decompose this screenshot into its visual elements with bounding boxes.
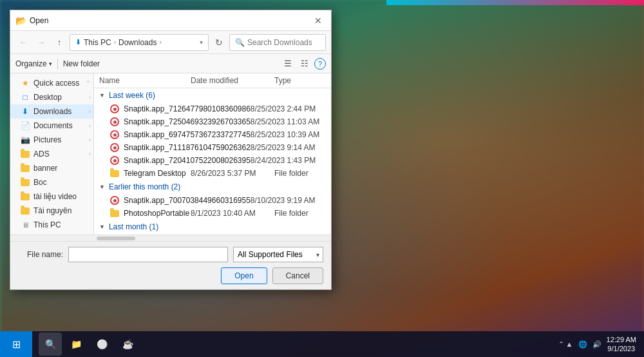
quick-access-arrow: ⌃	[86, 80, 91, 86]
sidebar-item-tai-lieu-video[interactable]: tài liệu video	[10, 189, 93, 204]
file-row-0[interactable]: Snaptik.app_7126477980108360986 8/25/202…	[94, 102, 331, 115]
forward-button[interactable]: →	[33, 35, 49, 50]
view-list-button[interactable]: ☰	[281, 57, 295, 71]
open-button[interactable]: Open	[221, 267, 267, 284]
file-row-6[interactable]: Snaptik.app_7007038449660316955 8/10/202…	[94, 194, 331, 207]
file-icon-4	[109, 155, 120, 166]
file-type-5: File folder	[274, 169, 326, 178]
file-name-0: Snaptik.app_7126477980108360986	[109, 104, 251, 114]
path-this-pc[interactable]: This PC	[84, 38, 111, 47]
new-folder-button[interactable]: New folder	[63, 59, 100, 68]
help-button[interactable]: ?	[314, 58, 326, 70]
file-date-5: 8/26/2023 5:37 PM	[191, 169, 274, 178]
dialog-titlebar: 📂 Open ✕	[10, 10, 331, 31]
sidebar-label-banner: banner	[33, 164, 57, 173]
file-name-4: Snaptik.app_7204107522008026395	[109, 155, 251, 166]
tai-lieu-icon	[21, 192, 30, 201]
file-date-6: 8/10/2023 9:19 AM	[251, 196, 331, 205]
sidebar-label-pictures: Pictures	[33, 135, 61, 144]
column-header-name[interactable]: Name	[99, 76, 191, 85]
sidebar-label-quick-access: Quick access	[33, 79, 79, 88]
toolbar-left: Organize ▾ New folder	[15, 59, 100, 69]
file-date-1: 8/25/2023 11:03 AM	[251, 117, 331, 126]
sidebar-item-tai-nguyen[interactable]: Tài nguyên	[10, 204, 93, 218]
sidebar-label-ads: ADS	[33, 150, 50, 159]
sidebar-item-desktop[interactable]: □ Desktop ›	[10, 90, 93, 104]
cancel-button[interactable]: Cancel	[272, 267, 323, 284]
file-type-7: File folder	[274, 209, 326, 218]
file-icon-5	[109, 168, 120, 179]
sidebar: ★ Quick access ⌃ □ Desktop › ⬇ Downloads…	[10, 73, 94, 235]
toolbar-separator	[57, 59, 58, 69]
sidebar-label-tai-nguyen: Tài nguyên	[33, 206, 71, 215]
file-type-wrapper: All Supported Files All Files (*.*)	[233, 247, 323, 262]
file-list-scrollable[interactable]: ▼ Last week (6) Snaptik.app_712647798010…	[94, 88, 331, 235]
column-header-type[interactable]: Type	[274, 76, 326, 85]
file-list-header: Name Date modified Type	[94, 73, 331, 88]
horizontal-scrollbar[interactable]	[10, 235, 331, 241]
banner-icon	[21, 164, 30, 173]
sidebar-label-this-pc: This PC	[33, 220, 61, 229]
path-dropdown-arrow[interactable]: ▾	[200, 39, 203, 46]
file-date-7: 8/1/2023 10:40 AM	[191, 209, 274, 218]
organize-button[interactable]: Organize ▾	[15, 59, 52, 68]
tai-nguyen-icon	[21, 206, 30, 215]
view-details-button[interactable]: ☷	[298, 57, 312, 71]
file-name-7: PhotoshopPortable	[109, 208, 191, 218]
search-box[interactable]: 🔍	[229, 34, 326, 51]
group-label-earlier: Earlier this month (2)	[109, 182, 180, 191]
ads-icon	[21, 150, 30, 159]
file-date-0: 8/25/2023 2:44 PM	[251, 104, 331, 113]
group-header-earlier-this-month[interactable]: ▼ Earlier this month (2)	[94, 180, 331, 194]
sidebar-item-ads[interactable]: ADS ›	[10, 147, 93, 161]
file-row-5[interactable]: Telegram Desktop 8/26/2023 5:37 PM File …	[94, 167, 331, 180]
column-header-date[interactable]: Date modified	[191, 76, 274, 85]
search-icon: 🔍	[235, 38, 245, 47]
back-button[interactable]: ←	[15, 35, 31, 50]
search-input[interactable]	[247, 38, 320, 47]
quick-access-icon: ★	[21, 79, 30, 88]
navigation-bar: ← → ↑ ⬇ This PC › Downloads › ▾ ↻ 🔍	[10, 31, 331, 54]
path-downloads[interactable]: Downloads	[118, 38, 156, 47]
boc-icon	[21, 178, 30, 187]
address-bar[interactable]: ⬇ This PC › Downloads › ▾	[70, 34, 209, 51]
sidebar-item-pictures[interactable]: 📷 Pictures ›	[10, 133, 93, 147]
file-type-select[interactable]: All Supported Files All Files (*.*)	[233, 247, 323, 262]
sidebar-label-desktop: Desktop	[33, 93, 62, 102]
file-name-label: File name:	[18, 250, 63, 259]
sidebar-item-quick-access[interactable]: ★ Quick access ⌃	[10, 76, 93, 90]
file-icon-3	[109, 142, 120, 153]
group-header-last-month[interactable]: ▼ Last month (1)	[94, 220, 331, 234]
group-header-last-week[interactable]: ▼ Last week (6)	[94, 88, 331, 102]
file-date-4: 8/24/2023 1:43 PM	[251, 156, 331, 165]
dialog-overlay: 📂 Open ✕ ← → ↑ ⬇ This PC › Downloads › ▾…	[0, 0, 644, 357]
sidebar-item-downloads[interactable]: ⬇ Downloads ›	[10, 104, 93, 119]
file-row-2[interactable]: Snaptik.app_6974757367233727745 8/25/202…	[94, 128, 331, 141]
documents-arrow: ›	[89, 122, 91, 129]
sidebar-item-documents[interactable]: 📄 Documents ›	[10, 119, 93, 133]
sidebar-item-banner[interactable]: banner	[10, 161, 93, 175]
dialog-title: Open	[30, 16, 48, 25]
open-file-dialog: 📂 Open ✕ ← → ↑ ⬇ This PC › Downloads › ▾…	[10, 10, 332, 290]
file-name-input[interactable]	[68, 247, 228, 262]
file-row-3[interactable]: Snaptik.app_7111876104759026362 8/25/202…	[94, 141, 331, 154]
refresh-button[interactable]: ↻	[211, 35, 227, 50]
file-icon-6	[109, 195, 120, 206]
up-button[interactable]: ↑	[52, 35, 67, 50]
pictures-icon: 📷	[21, 135, 30, 144]
file-row-4[interactable]: Snaptik.app_7204107522008026395 8/24/202…	[94, 154, 331, 167]
toolbar: Organize ▾ New folder ☰ ☷ ?	[10, 54, 331, 73]
path-separator-1: ›	[114, 39, 116, 46]
file-row-7[interactable]: PhotoshopPortable 8/1/2023 10:40 AM File…	[94, 207, 331, 220]
sidebar-label-downloads: Downloads	[33, 107, 71, 116]
file-icon-7	[109, 208, 120, 218]
downloads-arrow: ›	[89, 108, 91, 115]
desktop-icon: □	[21, 93, 30, 102]
close-button[interactable]: ✕	[310, 13, 326, 28]
file-row-1[interactable]: Snaptik.app_7250469323926703365 8/25/202…	[94, 115, 331, 128]
sidebar-label-tai-lieu: tài liệu video	[33, 192, 77, 201]
file-name-row: File name: All Supported Files All Files…	[18, 247, 323, 262]
sidebar-item-this-pc[interactable]: 🖥 This PC	[10, 218, 93, 232]
sidebar-item-boc[interactable]: Boc	[10, 175, 93, 189]
group-chevron-last-month: ▼	[99, 224, 105, 230]
